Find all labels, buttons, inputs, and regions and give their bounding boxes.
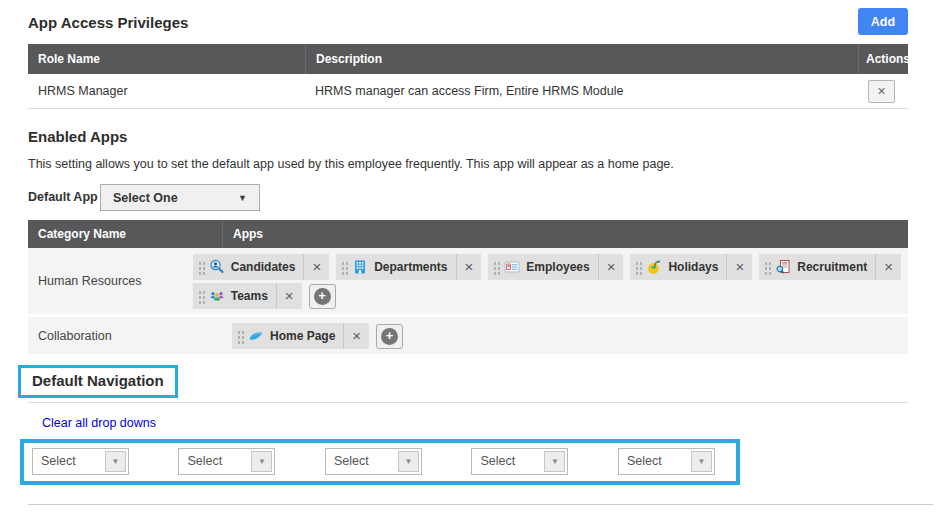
enabled-apps-description: This setting allows you to set the defau… [28, 157, 908, 171]
chevron-down-icon: ▼ [112, 457, 120, 466]
column-header-actions: Actions [858, 44, 908, 74]
category-name-value: Collaboration [28, 317, 222, 354]
nav-select-value: Select [33, 449, 103, 474]
default-app-select[interactable]: Select One ▼ [100, 184, 260, 211]
nav-select-value: Select [619, 449, 689, 474]
app-chip-candidates[interactable]: Candidates × [193, 254, 329, 280]
enabled-apps-table: Category Name Apps Human Resources [28, 220, 908, 357]
teams-icon [209, 288, 225, 304]
remove-chip-icon[interactable]: × [456, 254, 482, 280]
chevron-down-icon: ▼ [697, 457, 705, 466]
role-description-value: HRMS manager can access Firm, Entire HRM… [305, 84, 858, 98]
privileges-table: Role Name Description Actions HRMS Manag… [28, 44, 908, 109]
add-app-button[interactable]: + [309, 284, 336, 309]
table-row: Collaboration Home Page × + [28, 317, 908, 357]
app-chip-label: Teams [231, 289, 268, 303]
dropdown-button[interactable]: ▼ [398, 451, 419, 472]
chevron-down-icon: ▼ [551, 457, 559, 466]
nav-select-4[interactable]: Select ▼ [471, 448, 568, 475]
enabled-apps-section-title: Enabled Apps [28, 128, 127, 145]
dropdown-button[interactable]: ▼ [691, 451, 712, 472]
candidates-icon [209, 259, 225, 275]
drag-handle-icon[interactable] [493, 260, 500, 275]
category-name-value: Human Resources [28, 248, 183, 314]
drag-handle-icon[interactable] [341, 260, 348, 275]
app-chip-home-page[interactable]: Home Page × [232, 323, 369, 349]
bottom-divider [28, 504, 933, 505]
add-app-button[interactable]: + [376, 324, 403, 349]
nav-select-value: Select [179, 449, 249, 474]
remove-chip-icon[interactable]: × [726, 254, 752, 280]
app-chip-label: Employees [526, 260, 589, 274]
nav-select-value: Select [472, 449, 542, 474]
remove-chip-icon[interactable]: × [598, 254, 624, 280]
remove-chip-icon[interactable]: × [276, 283, 302, 309]
role-name-value: HRMS Manager [28, 84, 305, 98]
holidays-icon [646, 259, 662, 275]
annotation-box-title: Default Navigation [18, 365, 178, 398]
plus-icon: + [314, 288, 331, 305]
app-chip-label: Departments [374, 260, 447, 274]
nav-select-1[interactable]: Select ▼ [32, 448, 129, 475]
drag-handle-icon[interactable] [198, 289, 205, 304]
default-app-selected-value: Select One [101, 191, 178, 205]
departments-icon [352, 259, 368, 275]
enabled-apps-table-header: Category Name Apps [28, 220, 908, 248]
nav-select-3[interactable]: Select ▼ [325, 448, 422, 475]
app-settings-page: App Access Privileges Add Role Name Desc… [0, 0, 940, 512]
drag-handle-icon[interactable] [764, 260, 771, 275]
app-chip-holidays[interactable]: Holidays × [630, 254, 752, 280]
column-header-category-name: Category Name [28, 220, 222, 248]
employees-icon [504, 259, 520, 275]
app-chip-employees[interactable]: Employees × [488, 254, 623, 280]
app-chip-label: Candidates [231, 260, 296, 274]
clear-all-dropdowns-link[interactable]: Clear all drop downs [42, 416, 156, 430]
chevron-down-icon: ▼ [238, 193, 247, 203]
privileges-table-header: Role Name Description Actions [28, 44, 908, 74]
app-chip-recruitment[interactable]: Recruitment × [759, 254, 901, 280]
privileges-section-title: App Access Privileges [28, 14, 188, 31]
remove-chip-icon[interactable]: × [303, 254, 329, 280]
drag-handle-icon[interactable] [635, 260, 642, 275]
drag-handle-icon[interactable] [237, 329, 244, 344]
nav-select-value: Select [326, 449, 396, 474]
dropdown-button[interactable]: ▼ [544, 451, 565, 472]
default-app-label: Default App [28, 183, 98, 211]
dropdown-button[interactable]: ▼ [105, 451, 126, 472]
app-chip-label: Home Page [270, 329, 335, 343]
table-row: Human Resources Candidates × [28, 248, 908, 317]
dropdown-button[interactable]: ▼ [251, 451, 272, 472]
plus-icon: + [381, 328, 398, 345]
column-header-role-name: Role Name [28, 44, 305, 74]
remove-chip-icon[interactable]: × [343, 323, 369, 349]
app-chip-label: Holidays [668, 260, 718, 274]
drag-handle-icon[interactable] [198, 260, 205, 275]
nav-select-2[interactable]: Select ▼ [178, 448, 275, 475]
recruitment-icon [775, 259, 791, 275]
annotation-box-selects: Select ▼ Select ▼ Select ▼ Select ▼ Sele… [20, 439, 740, 485]
home-page-icon [248, 328, 264, 344]
app-chip-label: Recruitment [797, 260, 867, 274]
app-chip-teams[interactable]: Teams × [193, 283, 302, 309]
table-row: HRMS Manager HRMS manager can access Fir… [28, 74, 908, 109]
remove-role-button[interactable]: × [868, 80, 895, 103]
section-divider [28, 402, 908, 403]
chevron-down-icon: ▼ [258, 457, 266, 466]
remove-chip-icon[interactable]: × [875, 254, 901, 280]
column-header-apps: Apps [222, 220, 908, 248]
column-header-description: Description [305, 44, 858, 74]
default-navigation-section-title: Default Navigation [32, 372, 164, 389]
nav-select-5[interactable]: Select ▼ [618, 448, 715, 475]
app-chip-departments[interactable]: Departments × [336, 254, 481, 280]
add-role-button[interactable]: Add [858, 8, 908, 35]
chevron-down-icon: ▼ [405, 457, 413, 466]
